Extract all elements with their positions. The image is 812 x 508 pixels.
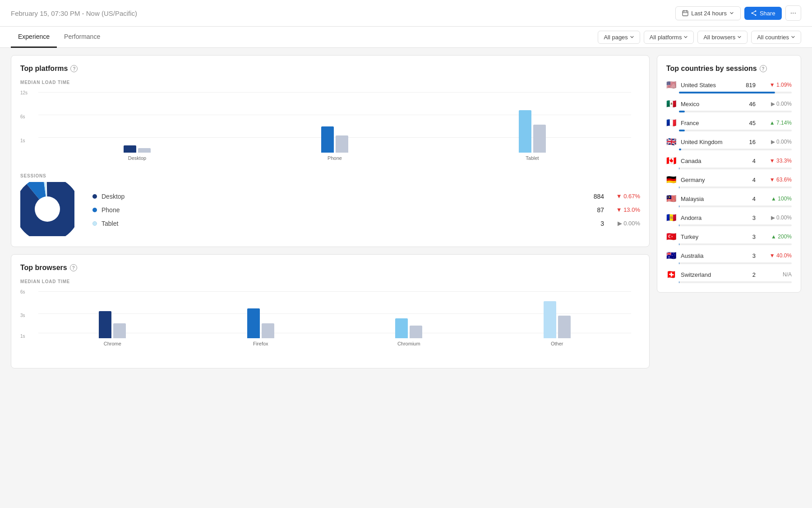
country-change: ▶ 0.00% <box>760 101 792 107</box>
bar-group-tablet: Tablet <box>519 94 546 161</box>
country-item: 🇬🇧 United Kingdom 16 ▶ 0.00% <box>666 137 792 150</box>
country-count: 46 <box>743 101 756 107</box>
country-item: 🇺🇸 United States 819 ▼ 1.09% <box>666 80 792 93</box>
all-pages-label: All pages <box>604 34 627 41</box>
country-change: ▲ 100% <box>760 196 792 202</box>
y-label-1s: 1s <box>20 138 25 143</box>
country-count: 16 <box>743 139 756 145</box>
browsers-median-load-label: MEDIAN LOAD TIME <box>20 279 640 284</box>
country-change: ▼ 1.09% <box>760 82 792 88</box>
bar-group-phone: Phone <box>321 94 348 161</box>
country-item: 🇨🇦 Canada 4 ▼ 33.3% <box>666 156 792 169</box>
country-count: 4 <box>743 158 756 164</box>
top-browsers-info-icon[interactable]: ? <box>70 264 77 271</box>
tab-experience[interactable]: Experience <box>11 27 57 48</box>
browsers-bar-chart: 6s 3s 1s Chrome <box>20 288 640 346</box>
bar-desktop-prev <box>138 148 151 153</box>
country-change: ▲ 200% <box>760 233 792 240</box>
top-bar: February 15, 07:30 PM - Now (US/Pacific)… <box>0 0 812 27</box>
legend-name-phone: Phone <box>102 206 581 214</box>
y-label-6s-browser: 6s <box>20 289 25 294</box>
country-item: 🇨🇭 Switzerland 2 N/A <box>666 270 792 283</box>
svg-rect-0 <box>683 11 688 16</box>
country-name: United States <box>681 82 738 89</box>
country-progress-fill <box>679 111 685 112</box>
country-progress-bg <box>679 243 792 245</box>
top-countries-label: Top countries by sessions <box>666 65 757 73</box>
bar-other-prev <box>558 316 571 338</box>
country-count: 45 <box>743 120 756 126</box>
country-change: ▼ 33.3% <box>760 158 792 164</box>
country-progress-bg <box>679 149 792 150</box>
left-panel: Top platforms ? MEDIAN LOAD TIME 12s 6s … <box>11 55 650 368</box>
main-content: Top platforms ? MEDIAN LOAD TIME 12s 6s … <box>0 48 812 376</box>
country-progress-fill <box>679 243 679 245</box>
y-label-6s: 6s <box>20 114 25 119</box>
legend-dot-desktop <box>92 194 97 199</box>
time-range-button[interactable]: Last 24 hours <box>675 6 741 20</box>
country-item: 🇩🇪 Germany 4 ▼ 63.6% <box>666 175 792 188</box>
country-row: 🇺🇸 United States 819 ▼ 1.09% <box>666 80 792 90</box>
country-change: ▶ 0.00% <box>760 139 792 145</box>
tabs-left: Experience Performance <box>11 27 107 47</box>
chevron-down-icon <box>737 35 742 39</box>
country-progress-bg <box>679 168 792 169</box>
country-flag: 🇲🇾 <box>666 194 676 204</box>
bar-tablet-current <box>519 110 531 153</box>
country-name: Australia <box>681 252 738 259</box>
country-name: Germany <box>681 177 738 183</box>
all-browsers-filter[interactable]: All browsers <box>697 31 747 44</box>
top-platforms-label: Top platforms <box>20 65 68 73</box>
country-count: 2 <box>743 271 756 278</box>
country-change: N/A <box>760 271 792 278</box>
legend-count-desktop: 884 <box>586 193 604 200</box>
country-row: 🇲🇾 Malaysia 4 ▲ 100% <box>666 194 792 204</box>
bar-phone-current <box>321 126 334 153</box>
country-item: 🇲🇽 Mexico 46 ▶ 0.00% <box>666 99 792 112</box>
tabs-bar: Experience Performance All pages All pla… <box>0 27 812 48</box>
all-pages-filter[interactable]: All pages <box>598 31 640 44</box>
top-platforms-info-icon[interactable]: ? <box>70 65 78 72</box>
svg-line-7 <box>752 11 756 14</box>
median-load-label: MEDIAN LOAD TIME <box>20 80 640 85</box>
country-flag: 🇬🇧 <box>666 137 676 147</box>
more-button[interactable]: ··· <box>785 5 801 21</box>
top-browsers-title: Top browsers ? <box>20 264 640 272</box>
top-platforms-title: Top platforms ? <box>20 65 640 73</box>
bar-chrome-current <box>99 311 111 338</box>
tab-performance[interactable]: Performance <box>57 27 107 48</box>
filters: All pages All platforms All browsers All… <box>598 31 801 44</box>
all-countries-filter[interactable]: All countries <box>751 31 801 44</box>
country-count: 4 <box>743 196 756 202</box>
pie-chart <box>20 182 74 238</box>
country-count: 819 <box>743 82 756 89</box>
bar-label-phone: Phone <box>328 155 342 161</box>
top-countries-info-icon[interactable]: ? <box>760 65 767 72</box>
legend-item-phone: Phone 87 ▼ 13.0% <box>92 206 640 214</box>
country-change: ▼ 63.6% <box>760 177 792 183</box>
country-count: 3 <box>743 252 756 259</box>
country-progress-fill <box>679 92 775 93</box>
country-count: 3 <box>743 233 756 240</box>
country-name: Malaysia <box>681 196 738 202</box>
all-platforms-label: All platforms <box>650 34 682 41</box>
sessions-legend: Desktop 884 ▼ 0.67% Phone 87 ▼ 13.0% Tab… <box>92 193 640 227</box>
country-change: ▲ 7.14% <box>760 120 792 126</box>
country-flag: 🇹🇷 <box>666 232 676 242</box>
country-name: Andorra <box>681 214 738 221</box>
chevron-down-icon <box>729 11 734 15</box>
bar-firefox-prev <box>262 323 274 338</box>
country-item: 🇫🇷 France 45 ▲ 7.14% <box>666 118 792 131</box>
country-progress-fill <box>679 186 679 188</box>
country-row: 🇲🇽 Mexico 46 ▶ 0.00% <box>666 99 792 109</box>
legend-name-tablet: Tablet <box>102 220 581 227</box>
all-platforms-filter[interactable]: All platforms <box>644 31 694 44</box>
country-count: 4 <box>743 177 756 183</box>
share-button[interactable]: Share <box>744 7 782 20</box>
bar-group-firefox: Firefox <box>247 289 274 346</box>
all-browsers-label: All browsers <box>703 34 735 41</box>
country-name: United Kingdom <box>681 139 738 145</box>
country-row: 🇦🇺 Australia 3 ▼ 40.0% <box>666 251 792 261</box>
bar-other-current <box>544 301 556 338</box>
bar-group-chrome: Chrome <box>99 289 126 346</box>
